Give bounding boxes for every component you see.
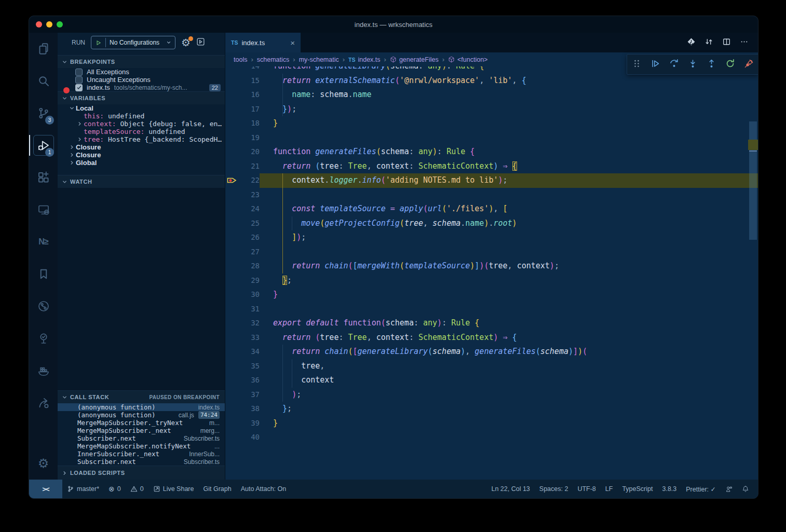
breakpoint-gutter[interactable] (225, 188, 238, 202)
start-debug-icon[interactable] (95, 38, 106, 47)
launch-configuration-dropdown[interactable]: No Configurations (91, 36, 175, 49)
breakpoint-row[interactable]: Uncaught Exceptions (58, 76, 225, 84)
minimize-window-button[interactable] (46, 21, 52, 28)
activity-bar-item-extensions[interactable] (29, 161, 58, 194)
activity-bar-item-search[interactable] (29, 65, 58, 97)
remote-indicator[interactable]: >< (29, 480, 62, 498)
code-line[interactable]: 33 return (tree: Tree, context: Schemati… (225, 331, 758, 345)
tab-index-ts[interactable]: TS index.ts × (225, 33, 301, 52)
activity-bar-item-git-graph[interactable] (29, 290, 58, 322)
breakpoint-checkbox[interactable] (75, 76, 83, 84)
variable-row[interactable]: tree: HostTree {_backend: ScopedH… (58, 135, 225, 143)
call-stack-frame[interactable]: MergeMapSubscriber._tryNextm... (58, 419, 225, 427)
code-line[interactable]: 15 return externalSchematic('@nrwl/works… (225, 74, 758, 88)
status-item-ln-22-col-13[interactable]: Ln 22, Col 13 (486, 480, 534, 498)
call-stack-frame[interactable]: InnerSubscriber._nextInnerSub... (58, 450, 225, 458)
open-changes-button[interactable] (704, 37, 713, 48)
code-line[interactable]: 26 ]); (225, 230, 758, 245)
variable-row[interactable]: Closure (58, 143, 225, 151)
breakpoint-gutter[interactable] (225, 331, 238, 345)
code-line[interactable]: 30} (225, 288, 758, 302)
disconnect-button[interactable] (744, 59, 754, 71)
status-item-prettier[interactable]: Prettier: ✓ (681, 480, 721, 498)
breakpoint-gutter[interactable] (225, 131, 238, 145)
more-actions-button[interactable] (740, 37, 749, 48)
breakpoint-gutter[interactable] (225, 216, 238, 231)
variable-row[interactable]: this: undefined (58, 112, 225, 120)
code-line[interactable]: 35 tree, (225, 359, 758, 374)
activity-bar-item-nx-console[interactable]: N≥ (29, 226, 58, 258)
restart-button[interactable] (725, 59, 735, 71)
editor-scrollbar[interactable] (748, 66, 758, 480)
step-over-button[interactable] (669, 59, 679, 71)
code-line[interactable]: 25 move(getProjectConfig(tree, schema.na… (225, 216, 758, 231)
code-line[interactable]: 39} (225, 416, 758, 431)
breakpoint-gutter[interactable] (225, 373, 238, 388)
configure-gear-button[interactable]: ⚙ (181, 37, 191, 48)
code-line[interactable]: 20function generateFiles(schema: any): R… (225, 145, 758, 159)
status-item-3-8-3[interactable]: 3.8.3 (657, 480, 681, 498)
status-item-live-share[interactable]: Live Share (148, 480, 199, 498)
status-item-auto-attach-on[interactable]: Auto Attach: On (236, 480, 291, 498)
code-line[interactable]: 32export default function(schema: any): … (225, 316, 758, 331)
breakpoint-gutter[interactable] (225, 66, 238, 74)
status-item-utf-8[interactable]: UTF-8 (573, 480, 600, 498)
watch-body[interactable] (58, 188, 225, 390)
close-tab-icon[interactable]: × (290, 38, 295, 47)
breadcrumb-item[interactable]: generateFiles (390, 56, 439, 63)
breakpoints-section-header[interactable]: BREAKPOINTS (58, 55, 225, 68)
code-line[interactable]: 40 (225, 430, 758, 445)
breakpoint-gutter[interactable] (225, 259, 238, 274)
activity-bar-item-docker[interactable] (29, 354, 58, 387)
variable-row[interactable]: Global (58, 159, 225, 167)
step-out-button[interactable] (707, 59, 716, 71)
breakpoint-gutter[interactable] (225, 288, 238, 302)
breakpoint-gutter[interactable] (225, 402, 238, 416)
activity-bar-item-settings[interactable]: ⚙ (29, 447, 58, 480)
breakpoint-gutter[interactable] (225, 302, 238, 317)
breakpoint-gutter[interactable] (225, 202, 238, 216)
activity-bar-item-run-debug[interactable]: 1 (29, 129, 58, 161)
code-line[interactable]: 37 ); (225, 388, 758, 402)
feedback-icon[interactable] (721, 480, 737, 498)
status-item-spaces-2[interactable]: Spaces: 2 (535, 480, 573, 498)
breakpoint-gutter[interactable] (225, 88, 238, 102)
variables-section-header[interactable]: VARIABLES (58, 91, 225, 104)
breakpoint-gutter[interactable] (225, 416, 238, 431)
breakpoint-gutter[interactable] (225, 74, 238, 88)
call-stack-frame[interactable]: MergeMapSubscriber._nextmerg... (58, 427, 225, 434)
activity-bar-item-test-explorer[interactable] (29, 322, 58, 354)
split-editor-button[interactable] (722, 37, 731, 48)
breakpoint-row[interactable]: index.tstools/schematics/my-sch...22 (58, 84, 225, 91)
code-line[interactable]: 16 name: schema.name (225, 88, 758, 102)
step-into-button[interactable] (688, 59, 698, 71)
status-item-lf[interactable]: LF (601, 480, 618, 498)
call-stack-frame[interactable]: Subscriber.nextSubscriber.ts (58, 434, 225, 442)
variable-row[interactable]: context: Object {debug: false, en… (58, 120, 225, 128)
activity-bar-item-deploy[interactable] (29, 387, 58, 419)
breakpoint-gutter[interactable] (225, 159, 238, 174)
breakpoint-gutter[interactable] (225, 430, 238, 445)
code-line[interactable]: 21 return (tree: Tree, context: Schemati… (225, 159, 758, 174)
breakpoint-gutter[interactable] (225, 245, 238, 260)
call-stack-frame[interactable]: (anonymous function)index.ts (58, 403, 225, 411)
activity-bar-item-source-control[interactable]: 3 (29, 97, 58, 129)
title-bar[interactable]: index.ts — wrkschematics (29, 16, 758, 33)
continue-button[interactable] (651, 59, 660, 71)
call-stack-frame[interactable]: (anonymous function)call.js74:24 (58, 411, 225, 419)
code-line[interactable]: 27 (225, 245, 758, 260)
breakpoint-gutter[interactable] (225, 359, 238, 374)
activity-bar-item-remote-explorer[interactable] (29, 194, 58, 226)
breakpoint-gutter[interactable] (225, 345, 238, 359)
breakpoint-gutter[interactable] (225, 230, 238, 245)
close-window-button[interactable] (36, 21, 42, 28)
bell-icon[interactable] (737, 480, 754, 498)
loaded-scripts-section-header[interactable]: LOADED SCRIPTS (58, 466, 225, 480)
breakpoint-gutter[interactable] (225, 388, 238, 402)
call-stack-frame[interactable]: MergeMapSubscriber.notifyNext... (58, 442, 225, 450)
code-area[interactable]: 14function generateLibrary(schema: any):… (225, 66, 758, 480)
status-item-0[interactable]: 0 (126, 480, 148, 498)
status-item-0[interactable]: ⊗0 (104, 480, 126, 498)
breadcrumb-item[interactable]: schematics (257, 56, 290, 63)
code-line[interactable]: 18} (225, 116, 758, 131)
